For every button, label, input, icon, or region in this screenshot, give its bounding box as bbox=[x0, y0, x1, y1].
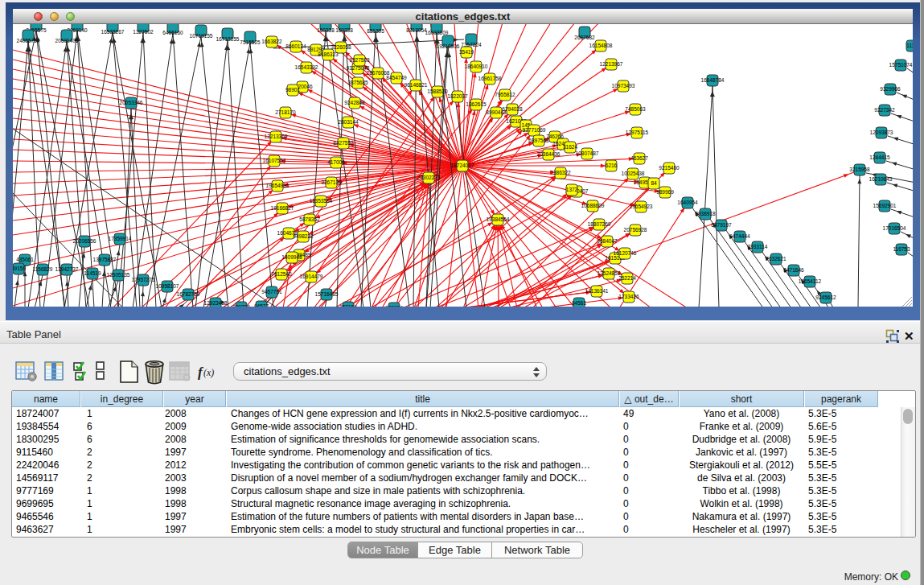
svg-text:9684047: 9684047 bbox=[597, 238, 618, 244]
svg-text:10973493: 10973493 bbox=[612, 83, 635, 89]
svg-text:1733426: 1733426 bbox=[618, 294, 639, 299]
svg-text:129234: 129234 bbox=[232, 304, 250, 307]
svg-text:20756928: 20756928 bbox=[624, 227, 647, 233]
svg-text:17359914: 17359914 bbox=[109, 236, 132, 241]
svg-text:8454749: 8454749 bbox=[386, 75, 407, 80]
svg-text:1362615: 1362615 bbox=[466, 101, 487, 107]
svg-text:160338: 160338 bbox=[317, 27, 335, 33]
svg-text:13975887: 13975887 bbox=[93, 257, 117, 262]
svg-text:19654923: 19654923 bbox=[630, 204, 653, 209]
svg-text:2803144: 2803144 bbox=[338, 119, 359, 125]
svg-text:96146821: 96146821 bbox=[405, 82, 428, 88]
svg-text:2687682: 2687682 bbox=[574, 35, 595, 40]
svg-text:12505135: 12505135 bbox=[107, 272, 130, 278]
svg-text:116753: 116753 bbox=[893, 246, 910, 252]
svg-text:10807487: 10807487 bbox=[576, 150, 599, 156]
svg-text:157164: 157164 bbox=[339, 304, 357, 307]
svg-text:3215958: 3215958 bbox=[849, 167, 870, 172]
svg-text:1327602: 1327602 bbox=[133, 29, 154, 35]
svg-text:6479197: 6479197 bbox=[711, 222, 732, 228]
svg-text:7485063: 7485063 bbox=[625, 106, 646, 112]
svg-text:1156829: 1156829 bbox=[33, 266, 53, 272]
svg-text:17957275: 17957275 bbox=[132, 277, 155, 282]
svg-text:6466160: 6466160 bbox=[162, 30, 183, 35]
svg-text:9457791: 9457791 bbox=[261, 289, 282, 295]
svg-text:13524851: 13524851 bbox=[598, 270, 621, 276]
svg-text:9215460: 9215460 bbox=[659, 165, 680, 171]
svg-text:7955812: 7955812 bbox=[495, 92, 515, 97]
svg-text:160338: 160338 bbox=[335, 27, 353, 33]
svg-text:16713155: 16713155 bbox=[216, 36, 240, 42]
svg-text:16961758: 16961758 bbox=[478, 76, 502, 81]
svg-text:11353594: 11353594 bbox=[310, 198, 333, 204]
svg-text:9327503: 9327503 bbox=[349, 57, 370, 63]
svg-text:24055754: 24055754 bbox=[17, 38, 40, 43]
svg-text:12093873: 12093873 bbox=[870, 130, 893, 135]
svg-text:8813054: 8813054 bbox=[406, 27, 427, 33]
svg-text:9242848: 9242848 bbox=[344, 100, 365, 105]
svg-text:9329966: 9329966 bbox=[880, 86, 901, 92]
svg-text:435061: 435061 bbox=[16, 257, 34, 262]
svg-text:16154808: 16154808 bbox=[589, 43, 613, 48]
svg-text:1112: 1112 bbox=[906, 43, 913, 48]
svg-text:20206556: 20206556 bbox=[73, 238, 97, 244]
svg-text:12213967: 12213967 bbox=[600, 61, 623, 67]
svg-text:12213369: 12213369 bbox=[265, 134, 288, 139]
svg-text:8186323: 8186323 bbox=[318, 51, 339, 57]
svg-text:9245612: 9245612 bbox=[815, 295, 836, 300]
svg-text:12942737: 12942737 bbox=[55, 266, 79, 272]
svg-text:6794028: 6794028 bbox=[502, 106, 523, 112]
svg-text:39159: 39159 bbox=[13, 266, 26, 271]
svg-text:16533267: 16533267 bbox=[101, 29, 125, 35]
svg-text:19384554: 19384554 bbox=[487, 216, 510, 222]
svg-text:17016504: 17016504 bbox=[883, 225, 906, 231]
svg-text:18724007: 18724007 bbox=[451, 163, 474, 168]
svg-text:7632621: 7632621 bbox=[766, 256, 786, 262]
svg-text:12975115: 12975115 bbox=[626, 130, 649, 135]
svg-text:1640954: 1640954 bbox=[677, 200, 698, 205]
svg-text:97771069: 97771069 bbox=[523, 127, 546, 133]
svg-text:252214: 252214 bbox=[618, 275, 636, 281]
svg-text:94577: 94577 bbox=[254, 303, 269, 307]
svg-text:3875685: 3875685 bbox=[347, 80, 368, 85]
svg-text:2933114: 2933114 bbox=[748, 244, 768, 249]
svg-text:20691406: 20691406 bbox=[55, 38, 79, 43]
svg-text:417006: 417006 bbox=[327, 159, 345, 165]
svg-text:16543392: 16543392 bbox=[295, 64, 318, 70]
svg-text:114519: 114519 bbox=[84, 270, 101, 276]
svg-text:10958107: 10958107 bbox=[156, 283, 179, 289]
svg-text:16107553: 16107553 bbox=[263, 158, 286, 163]
svg-text:9498222: 9498222 bbox=[293, 233, 314, 239]
svg-text:20364436: 20364436 bbox=[537, 151, 561, 157]
svg-text:2718170: 2718170 bbox=[275, 109, 296, 115]
svg-text:3267130: 3267130 bbox=[321, 179, 342, 185]
svg-text:84: 84 bbox=[651, 180, 657, 186]
svg-text:16120746: 16120746 bbox=[614, 250, 637, 256]
svg-text:18640910: 18640910 bbox=[465, 64, 488, 69]
svg-text:1663822: 1663822 bbox=[261, 39, 282, 44]
svg-text:8427552: 8427552 bbox=[333, 140, 354, 146]
svg-text:16210643: 16210643 bbox=[869, 176, 893, 182]
svg-text:9474444: 9474444 bbox=[729, 233, 750, 239]
svg-text:8471646: 8471646 bbox=[783, 267, 804, 273]
svg-text:8660124: 8660124 bbox=[285, 43, 306, 49]
svg-text:18807269: 18807269 bbox=[588, 221, 611, 227]
svg-text:20053346: 20053346 bbox=[120, 100, 143, 105]
svg-text:989969: 989969 bbox=[656, 189, 674, 195]
svg-text:6216: 6216 bbox=[606, 163, 618, 168]
svg-text:5878352: 5878352 bbox=[299, 216, 320, 222]
svg-text:19654985: 19654985 bbox=[266, 183, 290, 188]
svg-text:16782759: 16782759 bbox=[177, 291, 200, 297]
svg-text:19166827: 19166827 bbox=[271, 205, 294, 211]
svg-text:1372: 1372 bbox=[566, 187, 578, 192]
svg-text:8938918: 8938918 bbox=[695, 211, 716, 216]
svg-text:15692901: 15692901 bbox=[873, 203, 897, 208]
svg-text:15751074: 15751074 bbox=[889, 62, 913, 68]
svg-text:128234: 128234 bbox=[385, 305, 403, 307]
svg-text:35419: 35419 bbox=[459, 49, 474, 55]
svg-text:881305: 881305 bbox=[367, 28, 384, 34]
svg-text:10688609: 10688609 bbox=[581, 203, 605, 208]
svg-text:7612540: 7612540 bbox=[271, 271, 292, 277]
svg-text:463627: 463627 bbox=[630, 155, 648, 161]
svg-text:16648784: 16648784 bbox=[701, 77, 725, 83]
